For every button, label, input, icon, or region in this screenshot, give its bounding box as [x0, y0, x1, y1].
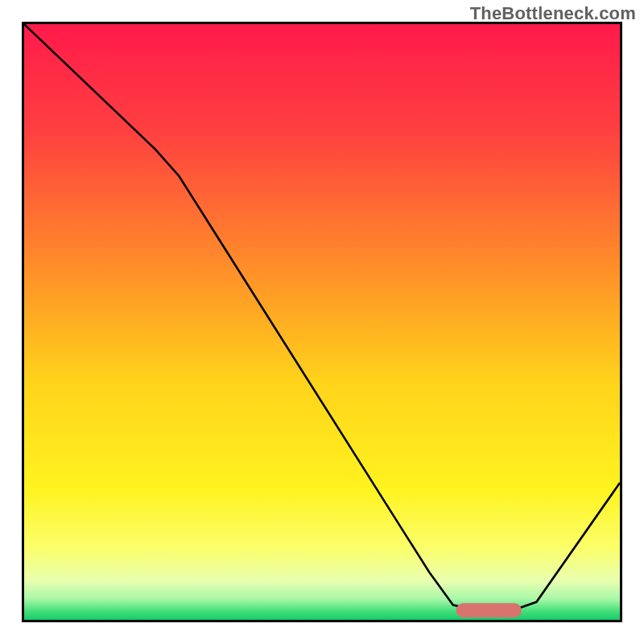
bottleneck-curve: [24, 24, 620, 610]
plot-overlay: [24, 24, 620, 620]
optimal-marker: [456, 603, 522, 617]
plot-frame: [22, 22, 622, 622]
chart-container: TheBottleneck.com: [0, 0, 644, 644]
